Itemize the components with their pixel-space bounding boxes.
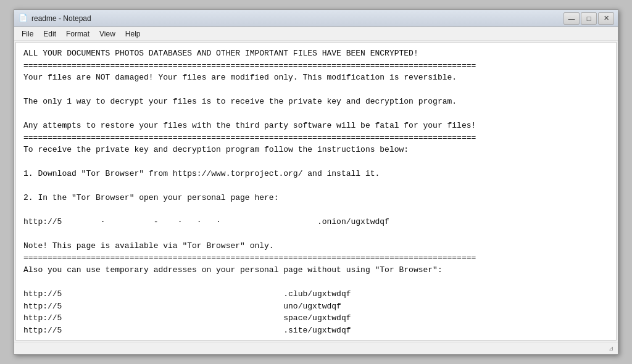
resize-grip: ⊿ (607, 344, 615, 353)
document-text: ALL YOUR DOCUMENTS PHOTOS DATABASES AND … (23, 48, 609, 341)
status-bar: ⊿ (14, 342, 618, 354)
title-buttons: — □ ✕ (563, 12, 614, 25)
menu-format[interactable]: Format (61, 28, 94, 39)
minimize-button[interactable]: — (563, 12, 580, 25)
window-title: readme - Notepad (31, 14, 91, 23)
menu-bar: File Edit Format View Help (14, 27, 618, 41)
notepad-window: 📄 readme - Notepad — □ ✕ File Edit Forma… (14, 9, 618, 355)
menu-help[interactable]: Help (120, 28, 146, 39)
title-bar: 📄 readme - Notepad — □ ✕ (14, 10, 618, 27)
menu-edit[interactable]: Edit (38, 28, 61, 39)
menu-file[interactable]: File (17, 28, 38, 39)
menu-view[interactable]: View (94, 28, 120, 39)
maximize-button[interactable]: □ (581, 12, 597, 25)
close-button[interactable]: ✕ (598, 12, 614, 25)
app-icon: 📄 (18, 14, 28, 23)
text-editor[interactable]: ALL YOUR DOCUMENTS PHOTOS DATABASES AND … (15, 42, 617, 341)
title-bar-left: 📄 readme - Notepad (18, 14, 91, 23)
